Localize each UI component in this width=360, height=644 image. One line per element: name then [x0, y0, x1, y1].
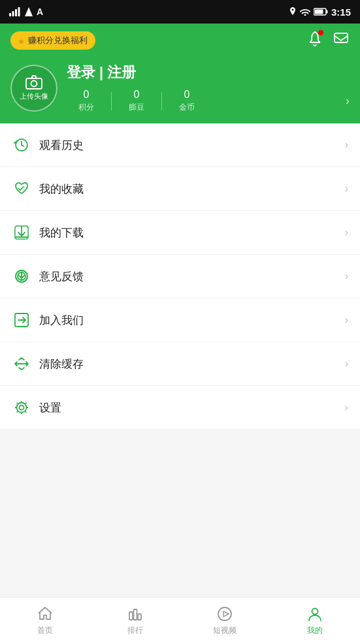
settings-icon — [12, 398, 31, 417]
header-icons-group — [306, 30, 350, 51]
favorites-icon — [12, 179, 31, 199]
menu-item-settings[interactable]: 设置 › — [0, 386, 360, 429]
status-bar: A 3:15 — [0, 0, 360, 24]
location-icon — [25, 7, 33, 16]
nav-mine[interactable]: 我的 — [270, 598, 360, 644]
history-icon — [12, 135, 31, 155]
favorites-label: 我的收藏 — [39, 182, 345, 197]
shorts-nav-icon — [216, 605, 233, 622]
downloads-icon — [12, 223, 31, 242]
message-button[interactable] — [333, 30, 350, 51]
coins-value: 0 — [184, 89, 190, 101]
svg-point-17 — [20, 406, 24, 410]
nav-shorts[interactable]: 短视频 — [180, 598, 270, 644]
downloads-label: 我的下载 — [39, 225, 345, 240]
location-pin-icon — [289, 7, 297, 16]
menu-item-favorites[interactable]: 我的收藏 › — [0, 167, 360, 211]
battery-icon — [314, 8, 328, 16]
svg-rect-0 — [9, 13, 11, 16]
beans-value: 0 — [134, 89, 140, 101]
stat-points: 0 积分 — [67, 89, 106, 113]
nav-rank[interactable]: 排行 — [90, 598, 180, 644]
feedback-label: 意见反馈 — [39, 269, 345, 284]
svg-marker-23 — [223, 611, 229, 617]
beans-label: 膨豆 — [129, 102, 144, 113]
svg-rect-6 — [326, 10, 327, 14]
notification-button[interactable] — [306, 30, 323, 51]
coins-label: 金币 — [179, 102, 195, 113]
downloads-chevron-icon: › — [345, 227, 348, 238]
mine-nav-icon — [306, 605, 323, 622]
svg-point-10 — [31, 80, 37, 86]
cache-label: 清除缓存 — [39, 357, 345, 372]
svg-rect-1 — [12, 11, 14, 16]
join-chevron-icon: › — [345, 314, 348, 326]
upload-label: 上传头像 — [20, 91, 48, 101]
promo-text: 赚积分兑换福利 — [28, 35, 88, 46]
login-title[interactable]: 登录 | 注册 — [67, 63, 350, 82]
cache-chevron-icon: › — [345, 358, 348, 370]
svg-rect-9 — [26, 78, 42, 89]
svg-rect-3 — [18, 7, 20, 16]
menu-item-cache[interactable]: 清除缓存 › — [0, 342, 360, 386]
history-label: 观看历史 — [39, 138, 345, 153]
coin-icon: ● — [18, 35, 24, 46]
stat-divider-1 — [111, 92, 112, 110]
stats-row: 0 积分 0 膨豆 0 金币 › — [67, 89, 350, 113]
svg-point-24 — [312, 609, 318, 615]
status-right-icons: 3:15 — [289, 7, 351, 18]
home-nav-label: 首页 — [37, 625, 53, 636]
stats-chevron-icon: › — [346, 94, 350, 108]
menu-item-history[interactable]: 观看历史 › — [0, 123, 360, 167]
menu-item-join[interactable]: 加入我们 › — [0, 298, 360, 342]
join-icon — [12, 310, 31, 330]
svg-point-18 — [17, 403, 27, 413]
history-chevron-icon: › — [345, 139, 348, 151]
stat-divider-2 — [161, 92, 162, 110]
svg-rect-20 — [133, 609, 137, 620]
user-info: 登录 | 注册 0 积分 0 膨豆 0 金币 › — [67, 63, 350, 113]
user-row: 上传头像 登录 | 注册 0 积分 0 膨豆 0 金币 › — [10, 59, 350, 123]
promo-bar: ● 赚积分兑换福利 — [10, 30, 350, 51]
stat-coins: 0 金币 — [167, 89, 206, 113]
shorts-nav-label: 短视频 — [213, 625, 237, 636]
avatar-upload-button[interactable]: 上传头像 — [10, 65, 57, 112]
mine-nav-label: 我的 — [307, 625, 323, 636]
signal-icon — [9, 7, 21, 16]
svg-marker-4 — [25, 7, 33, 16]
menu-item-feedback[interactable]: 意见反馈 › — [0, 255, 360, 298]
camera-icon — [25, 75, 42, 89]
rank-nav-label: 排行 — [127, 625, 143, 636]
promo-badge[interactable]: ● 赚积分兑换福利 — [10, 31, 95, 50]
rank-nav-icon — [127, 605, 144, 622]
time-display: 3:15 — [331, 7, 351, 18]
join-label: 加入我们 — [39, 313, 345, 328]
points-value: 0 — [84, 89, 90, 101]
nav-home[interactable]: 首页 — [0, 598, 90, 644]
bottom-nav: 首页 排行 短视频 我的 — [0, 597, 360, 644]
home-nav-icon — [37, 605, 54, 622]
menu-item-downloads[interactable]: 我的下载 › — [0, 211, 360, 255]
points-label: 积分 — [78, 102, 94, 113]
svg-rect-19 — [129, 612, 133, 620]
settings-chevron-icon: › — [345, 402, 348, 413]
favorites-chevron-icon: › — [345, 183, 348, 195]
svg-rect-21 — [138, 614, 141, 620]
feedback-icon — [12, 266, 31, 286]
header-section: ● 赚积分兑换福利 — [0, 24, 360, 123]
wifi-icon — [300, 8, 310, 16]
status-left-icons: A — [9, 7, 43, 17]
message-icon — [333, 30, 350, 47]
stat-beans: 0 膨豆 — [117, 89, 156, 113]
font-a-icon: A — [37, 7, 43, 17]
svg-rect-2 — [15, 9, 17, 16]
settings-label: 设置 — [39, 400, 345, 415]
cache-icon — [12, 354, 31, 374]
feedback-chevron-icon: › — [345, 270, 348, 282]
svg-rect-7 — [314, 10, 323, 14]
menu-list: 观看历史 › 我的收藏 › 我的下载 › — [0, 123, 360, 429]
notification-dot — [318, 30, 323, 35]
